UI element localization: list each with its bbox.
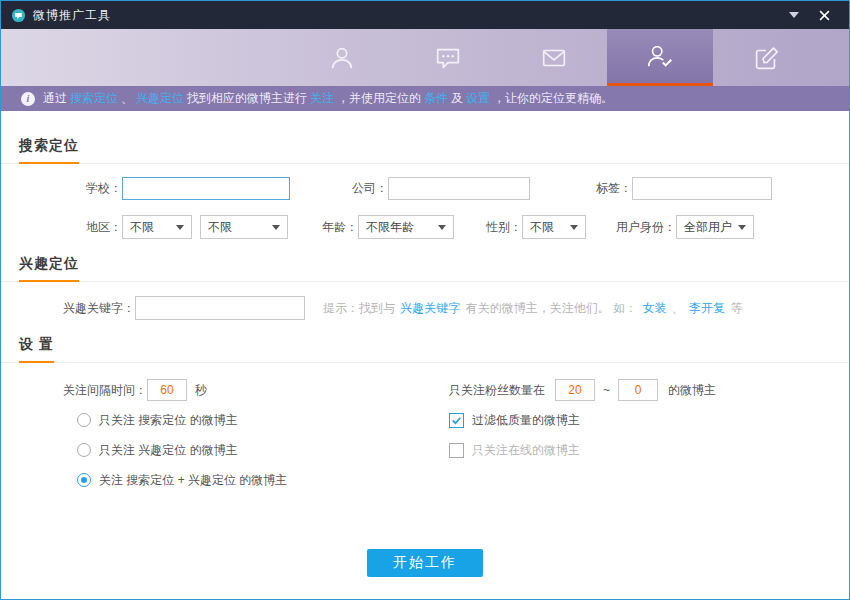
hint-text-segment: 、 [672,301,684,315]
info-link-follow[interactable]: 关注 [310,90,334,107]
settings-body: 关注间隔时间： 秒 只关注 搜索定位 的微博主 只关注 兴趣定位 的微博主 关注… [1,375,849,495]
tag-input[interactable] [632,177,772,200]
info-text-segment: 及 [451,90,463,107]
section-header-interest: 兴趣定位 [1,255,849,282]
school-input[interactable] [122,177,290,200]
interest-keyword-row: 兴趣关键字： 提示：找到与 兴趣关键字 有关的微博主，关注他们。 如： 女装 、… [1,296,849,320]
chevron-down-icon [176,225,184,230]
fans-min-input[interactable] [555,379,595,401]
interest-hint: 提示：找到与 兴趣关键字 有关的微博主，关注他们。 如： 女装 、 李开复 等 [323,300,742,317]
info-text-segment: 找到相应的微博主进行 [187,90,307,107]
section-header-settings: 设 置 [1,336,849,363]
identity-dropdown[interactable]: 全部用户 [676,215,754,239]
app-window: 微博推广工具 [0,0,850,600]
start-work-button[interactable]: 开始工作 [367,549,483,577]
radio-both[interactable]: 关注 搜索定位 + 兴趣定位 的微博主 [63,465,449,495]
dropdown-value: 不限 [208,219,232,236]
section-title-settings: 设 置 [19,336,54,363]
company-label: 公司： [352,180,388,197]
toolbar [1,29,849,86]
age-dropdown[interactable]: 不限年龄 [358,215,454,239]
gender-dropdown[interactable]: 不限 [522,215,586,239]
comments-icon [433,43,463,73]
tab-compose[interactable] [713,29,819,86]
minimize-icon [789,12,799,18]
mail-icon [539,43,569,73]
app-logo-icon [11,8,26,23]
section-header-search: 搜索定位 [1,137,849,164]
hint-link-example-1[interactable]: 女装 [642,301,666,315]
company-input[interactable] [388,177,530,200]
radio-checked-icon [77,473,91,487]
info-link-settings[interactable]: 设置 [466,90,490,107]
region-province-dropdown[interactable]: 不限 [122,215,192,239]
chevron-down-icon [272,225,280,230]
tab-profile[interactable] [289,29,395,86]
tab-messages[interactable] [501,29,607,86]
follow-interval-unit: 秒 [195,382,207,399]
interest-keyword-input[interactable] [135,296,305,320]
follow-interval-row: 关注间隔时间： 秒 [63,375,449,405]
tab-comments[interactable] [395,29,501,86]
fans-range-row: 只关注粉丝数量在 ~ 的微博主 [449,375,849,405]
title-bar: 微博推广工具 [1,1,849,29]
section-title-search: 搜索定位 [19,137,79,164]
checkbox-online-only-label: 只关注在线的微博主 [472,442,580,459]
chevron-down-icon [570,225,578,230]
fans-max-input[interactable] [618,379,658,401]
close-button[interactable] [809,1,839,29]
info-text-segment: 、 [121,90,133,107]
follow-user-icon [645,41,675,71]
fans-range-label: 只关注粉丝数量在 [449,382,545,399]
checkbox-unchecked-icon [449,443,464,458]
main-content: 搜索定位 学校： 公司： 标签： 地区： 不限 不限 年龄： 不限年龄 [1,111,849,599]
chevron-down-icon [738,225,746,230]
radio-interest-only[interactable]: 只关注 兴趣定位 的微博主 [63,435,449,465]
user-profile-icon [327,43,357,73]
search-text-fields-row: 学校： 公司： 标签： [1,177,849,200]
checkbox-filter-low-quality[interactable]: 过滤低质量的微博主 [449,405,849,435]
radio-interest-only-label: 只关注 兴趣定位 的微博主 [99,442,238,459]
interest-keyword-label: 兴趣关键字： [63,300,135,317]
info-link-condition[interactable]: 条件 [424,90,448,107]
close-icon [819,10,830,21]
hint-link-example-2[interactable]: 李开复 [689,301,725,315]
radio-icon [77,413,91,427]
radio-search-only[interactable]: 只关注 搜索定位 的微博主 [63,405,449,435]
region-label: 地区： [86,219,122,236]
region-city-dropdown[interactable]: 不限 [200,215,288,239]
info-text-segment: ，让你的定位更精确。 [493,90,613,107]
age-label: 年龄： [322,219,358,236]
info-link-interest-targeting[interactable]: 兴趣定位 [136,90,184,107]
fans-range-suffix: 的微博主 [668,382,716,399]
section-title-interest: 兴趣定位 [19,255,79,282]
radio-icon [77,443,91,457]
checkbox-online-only[interactable]: 只关注在线的微博主 [449,435,849,465]
minimize-button[interactable] [779,1,809,29]
fans-range-separator: ~ [603,383,610,397]
follow-interval-label: 关注间隔时间： [63,382,147,399]
hint-text-segment: 提示：找到与 [323,301,395,315]
gender-label: 性别： [486,219,522,236]
compose-icon [751,43,781,73]
info-link-search-targeting[interactable]: 搜索定位 [70,90,118,107]
tag-label: 标签： [596,180,632,197]
identity-label: 用户身份： [616,219,676,236]
dropdown-value: 不限 [530,219,554,236]
hint-text-segment: 等 [730,301,742,315]
school-label: 学校： [86,180,122,197]
chevron-down-icon [438,225,446,230]
info-text-segment: 通过 [43,90,67,107]
hint-text-segment: 有关的微博主，关注他们。 如： [466,301,637,315]
info-icon: i [21,92,35,106]
radio-search-only-label: 只关注 搜索定位 的微博主 [99,412,238,429]
search-dropdowns-row: 地区： 不限 不限 年龄： 不限年龄 性别： 不限 用户身份： 全部用户 [1,215,849,239]
dropdown-value: 不限年龄 [366,219,414,236]
tab-follow-targeting[interactable] [607,29,713,86]
checkbox-checked-icon [449,413,464,428]
hint-link-keyword[interactable]: 兴趣关键字 [400,301,460,315]
dropdown-value: 全部用户 [684,219,732,236]
follow-interval-input[interactable] [147,379,187,401]
settings-right-column: 只关注粉丝数量在 ~ 的微博主 过滤低质量的微博主 只关注在线的微博主 [449,375,849,495]
info-bar: i 通过 搜索定位 、 兴趣定位 找到相应的微博主进行 关注 ，并使用定位的 条… [1,86,849,111]
